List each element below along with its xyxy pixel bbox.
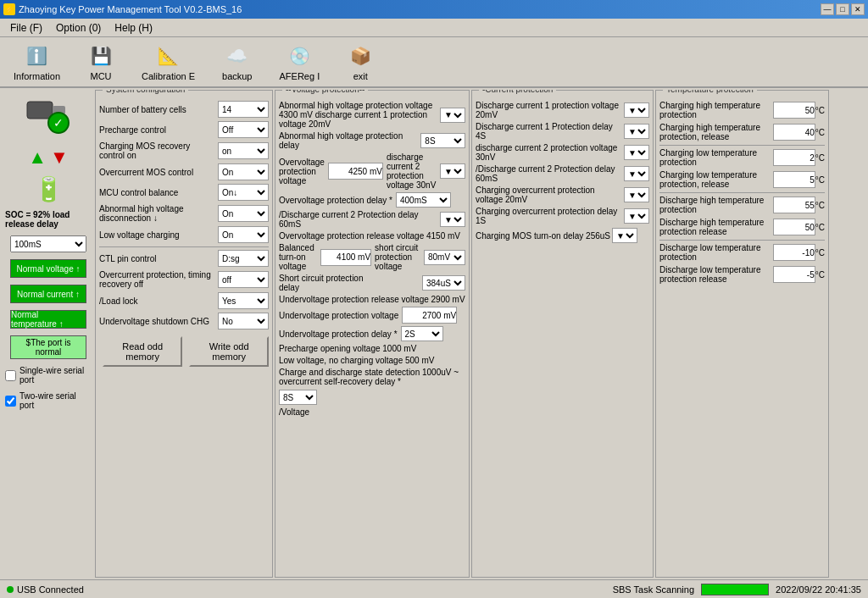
- abnormal-high-delay-row: Abnormal high voltage protection delay 8…: [279, 131, 465, 150]
- chg-overcurrent-volt-select[interactable]: ▼: [624, 187, 649, 202]
- abnormal-high-delay-text: Abnormal high voltage protection delay: [279, 131, 419, 150]
- chg-overcurrent-delay-select[interactable]: ▼: [624, 208, 649, 224]
- timing-recovery-select[interactable]: offon: [218, 271, 269, 288]
- low-volt-charging-select[interactable]: OnOff: [218, 226, 269, 243]
- normal-current-button[interactable]: Normal current ↑: [10, 285, 86, 303]
- self-recovery-delay-select[interactable]: 8S: [279, 390, 317, 405]
- discharge-current2-delay-select[interactable]: ▼: [440, 212, 465, 227]
- window-controls[interactable]: — □ ✕: [821, 3, 865, 15]
- disc-current2-delay-select[interactable]: ▼: [624, 166, 649, 181]
- chg-low-temp-input[interactable]: [773, 149, 815, 166]
- charging-mos-select[interactable]: onoff: [218, 142, 269, 159]
- overvolt-protection-row: Overvoltage protection voltage discharge…: [279, 152, 465, 190]
- svg-rect-0: [27, 102, 53, 119]
- chg-high-temp-release-unit: °C: [815, 128, 825, 137]
- overvolt-protection-select[interactable]: ▼: [440, 163, 465, 179]
- two-wire-checkbox[interactable]: [5, 396, 16, 407]
- toolbar-exit[interactable]: 📦 exit: [340, 41, 381, 83]
- undervolt-release-text: Undervoltage protection release voltage …: [279, 295, 465, 304]
- port-status: $The port is normal: [10, 335, 86, 359]
- short-circuit-delay-select[interactable]: 384uS: [422, 275, 465, 291]
- balanced-turnon-input[interactable]: [320, 249, 371, 266]
- ctl-pin-select[interactable]: D:sgD:chg: [218, 250, 269, 267]
- minimize-button[interactable]: —: [821, 3, 834, 15]
- undervolt-delay-select[interactable]: 2S: [401, 326, 443, 341]
- normal-voltage-button[interactable]: Normal voltage ↑: [10, 259, 86, 278]
- overvolt-delay-select[interactable]: 400mS: [396, 192, 451, 208]
- disc-current1-delay-row: Discharge current 1 Protection delay 4S …: [476, 122, 649, 141]
- chg-low-temp-release-row: Charging low temperature protection, rel…: [659, 170, 825, 189]
- toolbar-afereg[interactable]: 💿 AFEReg I: [273, 41, 327, 83]
- system-config-title: System configuration: [103, 90, 188, 94]
- maximize-button[interactable]: □: [836, 3, 849, 15]
- single-wire-checkbox[interactable]: [5, 370, 16, 381]
- disc-current1-protect-select[interactable]: ▼: [624, 102, 649, 118]
- precharge-opening-text: Precharge opening voltage 1000 mV: [279, 344, 416, 353]
- disc-current1-protect-row: Discharge current 1 protection voltage 2…: [476, 101, 649, 119]
- low-volt-no-charge-text: Low voltage, no charging voltage 500 mV: [279, 356, 434, 365]
- discharge-current2-delay-row: /Discharge current 2 Protection delay 60…: [279, 210, 465, 229]
- short-circuit-select[interactable]: 80mV: [424, 250, 465, 265]
- chg-high-temp-release-label: Charging high temperature protection, re…: [659, 123, 773, 141]
- exit-icon: 📦: [347, 42, 374, 69]
- menu-help[interactable]: Help (H): [108, 20, 159, 36]
- information-icon: ℹ️: [24, 42, 51, 69]
- disc-current2-protect-text: discharge current 2 protection voltage 3…: [476, 143, 622, 162]
- toolbar: ℹ️ Information 💾 MCU 📐 Calibration E ☁️ …: [0, 37, 868, 88]
- close-button[interactable]: ✕: [851, 3, 865, 15]
- datetime: 2022/09/22 20:41:35: [776, 584, 861, 595]
- toolbar-calibration-label: Calibration E: [142, 71, 195, 81]
- short-circuit-label: short circuit protection voltage: [375, 243, 420, 271]
- disc-low-temp-release-unit: °C: [815, 270, 825, 280]
- toolbar-backup[interactable]: ☁️ backup: [215, 41, 259, 83]
- undervolt-protection-input[interactable]: [402, 307, 457, 324]
- title-bar-left: ⚡ Zhaoying Key Power Management Tool V0.…: [3, 3, 242, 15]
- toolbar-mcu[interactable]: 💾 MCU: [81, 41, 121, 83]
- overcurrent-mos-select[interactable]: OnOff: [218, 163, 269, 180]
- disc-high-temp-input[interactable]: [773, 197, 815, 213]
- mcu-balance-select[interactable]: On↓Off: [218, 184, 269, 201]
- load-release-select[interactable]: 100mS: [10, 235, 86, 252]
- disc-high-temp-release-input[interactable]: [773, 219, 815, 235]
- undervolt-shutdown-select[interactable]: NoYes: [218, 313, 269, 329]
- menu-file[interactable]: File (F): [3, 20, 49, 36]
- overcurrent-mos-label: Overcurrent MOS control: [99, 168, 218, 177]
- battery-cells-row: Number of battery cells 14131216: [99, 101, 269, 118]
- disc-current2-protect-select[interactable]: ▼: [624, 145, 649, 160]
- disc-low-temp-input[interactable]: [773, 244, 815, 261]
- left-panel: ✓ ▲ ▼ 🔋 SOC = 92% load release delay 100…: [2, 90, 95, 578]
- chg-low-temp-release-input[interactable]: [773, 171, 815, 188]
- precharge-select[interactable]: OffOn: [218, 121, 269, 138]
- battery-cells-select[interactable]: 14131216: [218, 101, 269, 118]
- undervolt-protection-row: Undervoltage protection voltage: [279, 307, 465, 324]
- charging-mos-row: Charging MOS recovery control on onoff: [99, 141, 269, 160]
- high-voltage-disc-select[interactable]: OnOff: [218, 205, 269, 222]
- normal-temperature-button[interactable]: Normal temperature ↑: [10, 310, 86, 329]
- disc-low-temp-release-input[interactable]: [773, 266, 815, 283]
- mcu-balance-label: MCU control balance: [99, 188, 218, 197]
- down-arrow-icon: ▼: [50, 147, 69, 169]
- chg-high-temp-label: Charging high temperature protection: [659, 101, 773, 119]
- high-voltage-disc-row: Abnormal high voltage disconnection ↓ On…: [99, 204, 269, 223]
- current-protection-content: Discharge current 1 protection voltage 2…: [476, 94, 649, 243]
- chg-high-temp-release-input[interactable]: [773, 124, 815, 141]
- disc-current2-delay-row: /Discharge current 2 Protection delay 60…: [476, 164, 649, 183]
- overvolt-protection-input[interactable]: [328, 163, 383, 180]
- two-wire-label: Two-wire serial port: [19, 391, 92, 410]
- read-odd-memory-button[interactable]: Read odd memory: [103, 336, 182, 367]
- abnormal-high-delay-select[interactable]: 8S: [420, 133, 465, 148]
- afereg-icon: 💿: [286, 42, 313, 69]
- abnormal-high-volt-select[interactable]: ▼: [440, 108, 465, 123]
- disc-current1-delay-select[interactable]: ▼: [624, 124, 649, 139]
- voltage-protection-title: --Voltage protection--: [282, 90, 368, 94]
- write-odd-memory-button[interactable]: Write odd memory: [189, 336, 269, 367]
- toolbar-calibration[interactable]: 📐 Calibration E: [135, 41, 202, 83]
- load-lock-select[interactable]: YesNo: [218, 292, 269, 309]
- disc-high-temp-label: Discharge high temperature protection: [659, 196, 773, 214]
- chg-mos-turnon-select[interactable]: ▼: [612, 228, 637, 243]
- chg-high-temp-input[interactable]: [773, 102, 815, 119]
- toolbar-afereg-label: AFEReg I: [280, 71, 320, 81]
- toolbar-information[interactable]: ℹ️ Information: [7, 41, 67, 83]
- toolbar-exit-label: exit: [353, 71, 368, 81]
- menu-option[interactable]: Option (0): [49, 20, 108, 36]
